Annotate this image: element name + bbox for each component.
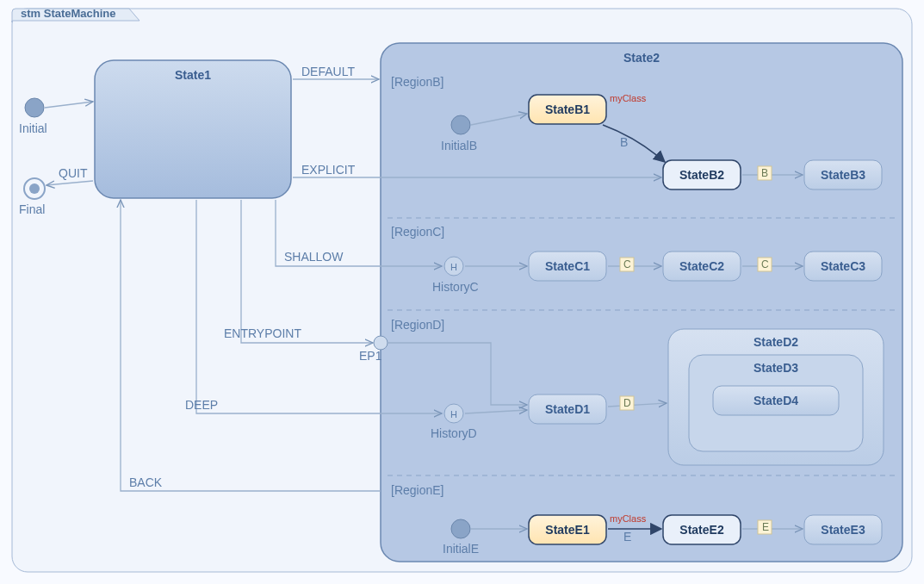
state-c2-label: StateC2 — [679, 259, 724, 273]
edge-entrypoint-label: ENTRYPOINT — [224, 326, 301, 340]
badge-c1-text: C — [623, 258, 631, 270]
edge-back-label: BACK — [129, 475, 163, 489]
state-d4[interactable]: StateD4 — [713, 386, 839, 415]
history-d-label: HistoryD — [431, 426, 477, 440]
svg-point-2 — [25, 98, 44, 117]
region-b-label: [RegionB] — [391, 75, 443, 89]
state1-label: State1 — [175, 68, 211, 82]
edge-default-label: DEFAULT — [301, 65, 355, 78]
state-c3-label: StateC3 — [821, 259, 865, 273]
badge-e-text: E — [762, 521, 769, 533]
region-e: [RegionE] — [391, 483, 443, 497]
region-d: [RegionD] — [391, 318, 444, 332]
initial-b-label: InitialB — [441, 139, 477, 152]
history-c-label: HistoryC — [432, 280, 479, 294]
state-d2-label: StateD2 — [753, 335, 798, 349]
state1[interactable]: State1 — [95, 60, 291, 198]
state-c2[interactable]: StateC2 — [663, 252, 741, 281]
state-c1[interactable]: StateC1 — [529, 252, 606, 281]
edge-e1-e2-label: E — [623, 530, 631, 544]
state-e1[interactable]: StateE1 — [529, 515, 606, 544]
state-b3[interactable]: StateB3 — [804, 160, 882, 189]
state-e2-label: StateE2 — [679, 523, 724, 537]
svg-point-11 — [451, 115, 470, 134]
edge-deep-label: DEEP — [185, 398, 218, 412]
edge-quit-label: QUIT — [59, 166, 88, 180]
history-d-h: H — [450, 409, 457, 419]
final-label: Final — [19, 202, 45, 216]
state-b1[interactable]: StateB1 — [529, 95, 606, 124]
state-e3-label: StateE3 — [821, 523, 865, 537]
initial-e-label: InitialE — [443, 542, 479, 556]
ep1-label: EP1 — [359, 349, 382, 363]
state-b2[interactable]: StateB2 — [663, 160, 741, 189]
state-b1-label: StateB1 — [545, 103, 590, 116]
state-c3[interactable]: StateC3 — [804, 252, 882, 281]
badge-d-text: D — [623, 397, 631, 409]
badge-c2-text: C — [761, 258, 769, 270]
initial-label: Initial — [19, 121, 47, 135]
region-c: [RegionC] — [391, 225, 444, 239]
state-b1-class: myClass — [610, 93, 647, 103]
state-d1[interactable]: StateD1 — [529, 395, 606, 424]
state-d1-label: StateD1 — [545, 402, 590, 416]
svg-point-24 — [451, 519, 470, 538]
region-e-label: [RegionE] — [391, 483, 443, 497]
state-e1-label: StateE1 — [545, 523, 590, 537]
svg-point-10 — [374, 336, 388, 350]
edge-explicit-label: EXPLICIT — [301, 163, 356, 177]
region-c-label: [RegionC] — [391, 225, 444, 239]
state-b2-label: StateB2 — [679, 168, 724, 182]
history-c-h: H — [450, 262, 457, 272]
state-c1-label: StateC1 — [545, 259, 590, 273]
badge-b-text: B — [761, 167, 768, 179]
diagram-tab: stm StateMachine — [21, 7, 116, 20]
edge-b1-b2-label: B — [620, 135, 628, 149]
region-d-label: [RegionD] — [391, 318, 444, 332]
region-b: [RegionB] — [391, 75, 443, 89]
state-b3-label: StateB3 — [821, 168, 865, 182]
state-e2[interactable]: StateE2 — [663, 515, 741, 544]
svg-point-4 — [29, 183, 40, 194]
state-e3[interactable]: StateE3 — [804, 515, 882, 544]
state-e1-class: myClass — [610, 513, 647, 524]
edge-shallow-label: SHALLOW — [284, 250, 344, 264]
state2-label: State2 — [623, 51, 660, 65]
state-d3-label: StateD3 — [753, 361, 798, 375]
state-d4-label: StateD4 — [753, 394, 798, 407]
